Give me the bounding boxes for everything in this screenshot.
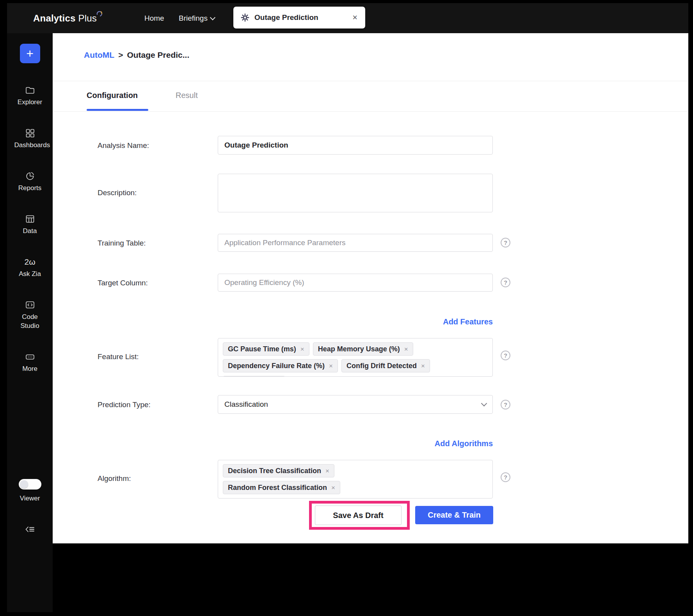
sidebar-item-label: More bbox=[22, 365, 37, 374]
sidebar: + Explorer Dashboards Reports Data 2ω bbox=[7, 33, 53, 612]
training-table-input[interactable] bbox=[218, 234, 493, 252]
help-icon[interactable]: ? bbox=[501, 238, 510, 247]
chip-label: Random Forest Classification bbox=[228, 484, 327, 492]
help-icon[interactable]: ? bbox=[501, 472, 510, 482]
add-button[interactable]: + bbox=[20, 44, 40, 63]
viewer-toggle[interactable] bbox=[19, 479, 41, 490]
add-algorithms-link[interactable]: Add Algorithms bbox=[218, 439, 493, 448]
chip-label: Dependency Failure Rate (%) bbox=[228, 362, 325, 370]
active-tab-underline bbox=[87, 109, 148, 111]
top-bar: Analytics Plus Home Briefings Outage Pre… bbox=[7, 3, 688, 33]
feature-list-box[interactable]: GC Pause Time (ms) × Heap Memory Usage (… bbox=[218, 338, 493, 377]
divider bbox=[53, 111, 688, 112]
help-icon[interactable]: ? bbox=[501, 351, 510, 360]
training-table-label: Training Table: bbox=[98, 239, 146, 247]
sidebar-item-explorer[interactable]: Explorer bbox=[7, 85, 53, 107]
feature-chip: Heap Memory Usage (%) × bbox=[313, 342, 413, 356]
analysis-name-label: Analysis Name: bbox=[98, 141, 149, 150]
main-content: AutoML > Outage Predic... Configuration … bbox=[53, 33, 688, 543]
tab-outage-prediction[interactable]: Outage Prediction × bbox=[233, 7, 365, 28]
sidebar-item-label: Explorer bbox=[18, 98, 42, 107]
sidebar-item-code-studio[interactable]: Code Studio bbox=[7, 300, 53, 331]
sidebar-item-label: Dashboards bbox=[14, 141, 46, 150]
feature-chip: Config Drift Detected × bbox=[341, 359, 430, 372]
brand-name-bold: Analytics bbox=[33, 13, 76, 24]
toggle-knob-icon bbox=[20, 480, 28, 488]
remove-chip-icon[interactable]: × bbox=[300, 346, 304, 353]
help-icon[interactable]: ? bbox=[501, 400, 510, 409]
nav-home-label: Home bbox=[144, 14, 164, 23]
tab-result[interactable]: Result bbox=[176, 91, 198, 100]
prediction-type-select[interactable]: Classification bbox=[218, 395, 493, 414]
app-logo: Analytics Plus bbox=[33, 3, 104, 33]
prediction-type-label: Prediction Type: bbox=[98, 401, 151, 409]
viewer-label: Viewer bbox=[20, 495, 40, 502]
breadcrumb: AutoML > Outage Predic... bbox=[84, 50, 189, 60]
feature-chip: Dependency Failure Rate (%) × bbox=[223, 359, 338, 372]
plus-icon: + bbox=[26, 47, 34, 60]
chevron-down-icon bbox=[481, 401, 487, 407]
nav-briefings[interactable]: Briefings bbox=[179, 3, 215, 33]
sidebar-item-label: Code Studio bbox=[14, 313, 46, 331]
sidebar-item-reports[interactable]: Reports bbox=[7, 171, 53, 193]
tab-configuration[interactable]: Configuration bbox=[87, 91, 138, 100]
sidebar-item-dashboards[interactable]: Dashboards bbox=[7, 128, 53, 150]
add-features-link[interactable]: Add Features bbox=[218, 317, 493, 326]
collapse-sidebar-button[interactable] bbox=[25, 524, 36, 536]
chip-label: GC Pause Time (ms) bbox=[228, 345, 296, 353]
remove-chip-icon[interactable]: × bbox=[404, 346, 408, 353]
ellipsis-icon bbox=[25, 352, 35, 362]
remove-chip-icon[interactable]: × bbox=[331, 484, 335, 491]
nav-home[interactable]: Home bbox=[144, 3, 164, 33]
code-icon bbox=[25, 300, 35, 310]
table-icon bbox=[25, 214, 35, 224]
chip-label: Config Drift Detected bbox=[346, 362, 417, 370]
collapse-icon bbox=[25, 524, 36, 534]
breadcrumb-automl-link[interactable]: AutoML bbox=[84, 50, 114, 60]
divider bbox=[53, 81, 688, 81]
breadcrumb-separator: > bbox=[118, 50, 123, 60]
sidebar-item-ask-zia[interactable]: 2ω Ask Zia bbox=[7, 257, 53, 279]
algorithm-box[interactable]: Decision Tree Classification × Random Fo… bbox=[218, 460, 493, 498]
remove-chip-icon[interactable]: × bbox=[329, 363, 333, 369]
tab-label: Outage Prediction bbox=[254, 13, 347, 22]
chevron-down-icon bbox=[210, 14, 215, 20]
algorithm-label: Algorithm: bbox=[98, 474, 131, 483]
feature-chip: GC Pause Time (ms) × bbox=[223, 342, 309, 356]
remove-chip-icon[interactable]: × bbox=[325, 468, 329, 474]
breadcrumb-current: Outage Predic... bbox=[127, 50, 189, 60]
chip-label: Decision Tree Classification bbox=[228, 467, 321, 475]
sidebar-item-label: Data bbox=[23, 227, 37, 236]
close-tab-icon[interactable]: × bbox=[352, 13, 358, 22]
target-column-input[interactable] bbox=[218, 274, 493, 292]
chip-label: Heap Memory Usage (%) bbox=[318, 345, 400, 353]
brand-name-light: Plus bbox=[78, 13, 97, 24]
automl-icon bbox=[240, 13, 250, 22]
prediction-type-value: Classification bbox=[224, 400, 268, 409]
help-icon[interactable]: ? bbox=[501, 278, 510, 287]
description-label: Description: bbox=[98, 189, 137, 197]
algorithm-chip: Decision Tree Classification × bbox=[223, 464, 334, 477]
sidebar-item-more[interactable]: More bbox=[7, 352, 53, 374]
create-and-train-button[interactable]: Create & Train bbox=[415, 506, 493, 524]
sidebar-item-label: Reports bbox=[18, 184, 42, 193]
save-as-draft-button[interactable]: Save As Draft bbox=[315, 506, 402, 525]
brand-swoosh-icon bbox=[96, 10, 103, 17]
analysis-name-input[interactable] bbox=[218, 136, 493, 155]
grid-icon bbox=[25, 128, 35, 138]
folder-icon bbox=[25, 85, 35, 95]
viewer-section: Viewer bbox=[19, 479, 41, 502]
description-input[interactable] bbox=[218, 174, 493, 212]
algorithm-chip: Random Forest Classification × bbox=[223, 481, 340, 494]
zia-icon: 2ω bbox=[24, 257, 35, 267]
target-column-label: Target Column: bbox=[98, 279, 148, 287]
remove-chip-icon[interactable]: × bbox=[421, 363, 425, 369]
sidebar-item-data[interactable]: Data bbox=[7, 214, 53, 236]
pie-chart-icon bbox=[25, 171, 35, 181]
feature-chip-partial bbox=[223, 376, 285, 377]
feature-list-label: Feature List: bbox=[98, 353, 139, 361]
nav-briefings-label: Briefings bbox=[179, 14, 208, 23]
sidebar-item-label: Ask Zia bbox=[19, 270, 41, 279]
